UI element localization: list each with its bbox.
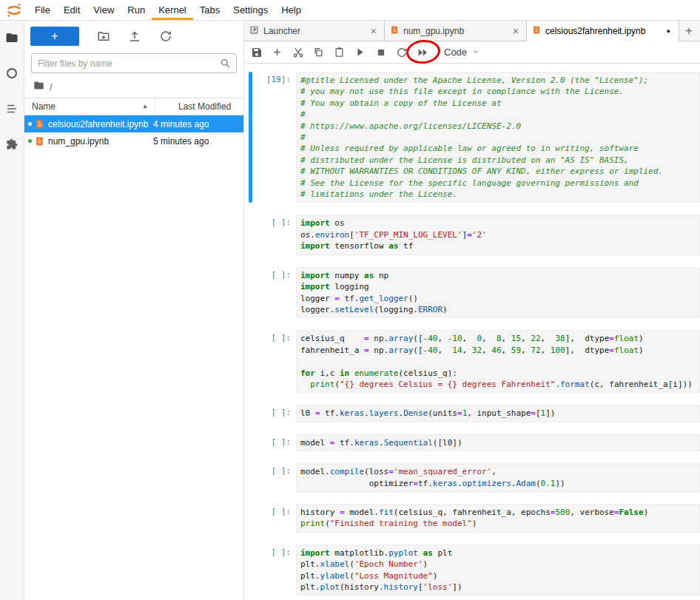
menu-edit[interactable]: Edit xyxy=(57,0,87,20)
notebook-cell[interactable]: [ ]:import numpy as npimport logginglogg… xyxy=(249,267,700,319)
new-folder-icon[interactable] xyxy=(97,30,110,43)
search-icon xyxy=(220,58,231,72)
code-line: fahrenheit_a = np.array([-40, 14, 32, 46… xyxy=(300,345,696,356)
file-name: num_gpu.ipynb xyxy=(48,136,153,146)
run-cell-icon[interactable] xyxy=(351,43,369,61)
cell-code-editor[interactable]: model.compile(loss='mean_squared_error',… xyxy=(296,463,700,492)
new-tab-button[interactable]: + xyxy=(679,21,699,41)
menu-run[interactable]: Run xyxy=(121,0,152,20)
file-last-modified: 4 minutes ago xyxy=(153,119,243,129)
file-row[interactable]: num_gpu.ipynb 5 minutes ago xyxy=(24,132,243,149)
menu-view[interactable]: View xyxy=(87,0,121,20)
notebook-cell[interactable]: [ ]:celsius_q = np.array([-40, -10, 0, 8… xyxy=(249,330,700,393)
cut-cells-icon[interactable] xyxy=(289,43,307,61)
cell-code-editor[interactable]: history = model.fit(celsius_q, fahrenhei… xyxy=(296,504,700,533)
tab-num-gpu-notebook[interactable]: num_gpu.ipynb × xyxy=(385,21,527,41)
save-icon[interactable] xyxy=(247,43,266,61)
cell-execution-prompt: [19]: xyxy=(255,72,296,203)
upload-icon[interactable] xyxy=(128,30,141,43)
breadcrumb[interactable]: / xyxy=(24,73,243,98)
cell-code-editor[interactable]: import matplotlib.pyplot as pltplt.xlabe… xyxy=(296,545,700,596)
menu-file[interactable]: File xyxy=(28,0,57,20)
cell-code-editor[interactable]: model = tf.keras.Sequential([l0]) xyxy=(296,434,700,451)
cell-collapser[interactable] xyxy=(249,463,252,492)
notebook-cell[interactable]: [ ]:l0 = tf.keras.layers.Dense(units=1, … xyxy=(249,405,700,422)
notebook-icon xyxy=(35,136,44,146)
filter-files-input[interactable] xyxy=(31,53,237,73)
cell-execution-prompt: [ ]: xyxy=(255,463,296,492)
menu-settings[interactable]: Settings xyxy=(226,0,275,20)
code-line: # xyxy=(300,109,696,120)
table-of-contents-icon[interactable] xyxy=(5,102,18,115)
cell-code-editor[interactable]: l0 = tf.keras.layers.Dense(units=1, inpu… xyxy=(296,405,700,422)
tab-bar: Launcher × num_gpu.ipynb × celsious2fahr… xyxy=(244,21,700,41)
jupyter-logo xyxy=(6,2,22,18)
cell-collapser[interactable] xyxy=(249,215,252,255)
code-line: model = tf.keras.Sequential([l0]) xyxy=(300,437,696,448)
notebook-cell[interactable]: [ ]:history = model.fit(celsius_q, fahre… xyxy=(249,504,700,533)
cell-execution-prompt: [ ]: xyxy=(255,330,296,393)
refresh-icon[interactable] xyxy=(159,30,172,43)
column-header-last-modified[interactable]: Last Modified xyxy=(155,101,231,112)
cell-collapser[interactable] xyxy=(249,267,252,319)
tab-label: num_gpu.ipynb xyxy=(403,26,506,36)
file-list-header: Name ▲ Last Modified xyxy=(24,98,243,115)
menu-tabs[interactable]: Tabs xyxy=(193,0,226,20)
cell-collapser[interactable] xyxy=(249,434,252,451)
menu-help[interactable]: Help xyxy=(275,0,308,20)
filter-row xyxy=(31,53,237,73)
home-folder-icon[interactable] xyxy=(33,80,44,93)
code-line: l0 = tf.keras.layers.Dense(units=1, inpu… xyxy=(300,408,696,419)
notebook-cell[interactable]: [ ]:model = tf.keras.Sequential([l0]) xyxy=(249,434,700,451)
tab-label: celsious2fahrenheit.ipynb xyxy=(545,26,659,36)
tab-celsious2fahrenheit-notebook[interactable]: celsious2fahrenheit.ipynb ● xyxy=(527,21,679,41)
close-icon[interactable]: × xyxy=(511,25,521,37)
cell-collapser[interactable] xyxy=(249,504,252,533)
file-name: celsious2fahrenheit.ipynb xyxy=(48,119,153,129)
notebook-cells: [19]:#@title Licensed under the Apache L… xyxy=(244,64,700,600)
cell-collapser[interactable] xyxy=(249,72,252,203)
code-line: # distributed under the License is distr… xyxy=(300,155,696,166)
cell-code-editor[interactable]: import numpy as npimport logginglogger =… xyxy=(296,267,700,319)
code-line: print("{} degrees Celsius = {} degrees F… xyxy=(300,379,696,390)
file-browser-toolbar: + xyxy=(24,21,243,50)
new-launcher-button[interactable]: + xyxy=(30,27,79,46)
cell-collapser[interactable] xyxy=(249,545,252,596)
column-header-name[interactable]: Name ▲ xyxy=(32,98,155,115)
cell-code-editor[interactable]: celsius_q = np.array([-40, -10, 0, 8, 15… xyxy=(296,330,700,393)
running-kernels-icon[interactable] xyxy=(5,67,18,80)
notebook-cell[interactable]: [ ]:import matplotlib.pyplot as pltplt.x… xyxy=(249,545,700,596)
cell-code-editor[interactable]: #@title Licensed under the Apache Licens… xyxy=(296,72,700,203)
code-line: # Unless required by applicable law or a… xyxy=(300,143,696,154)
notebook-icon xyxy=(390,25,399,37)
cell-execution-prompt: [ ]: xyxy=(255,504,296,533)
cell-code-editor[interactable]: import osos.environ['TF_CPP_MIN_LOG_LEVE… xyxy=(296,215,700,255)
notebook-cell[interactable]: [ ]:model.compile(loss='mean_squared_err… xyxy=(249,463,700,492)
insert-cell-icon[interactable] xyxy=(268,43,286,61)
menu-kernel[interactable]: Kernel xyxy=(152,0,193,20)
notebook-toolbar: Code xyxy=(244,41,700,64)
code-line: optimizer=tf.keras.optimizers.Adam(0.1)) xyxy=(300,478,696,489)
code-line: logger = tf.get_logger() xyxy=(300,293,696,304)
cell-execution-prompt: [ ]: xyxy=(255,267,296,319)
cell-type-value: Code xyxy=(444,47,467,58)
cell-collapser[interactable] xyxy=(249,405,252,422)
notebook-cell[interactable]: [ ]:import osos.environ['TF_CPP_MIN_LOG_… xyxy=(249,215,700,255)
paste-cells-icon[interactable] xyxy=(330,43,349,61)
restart-and-run-all-icon[interactable] xyxy=(413,43,431,61)
tab-launcher[interactable]: Launcher × xyxy=(244,21,385,41)
extension-manager-icon[interactable] xyxy=(5,138,18,151)
copy-cells-icon[interactable] xyxy=(309,43,328,61)
cell-type-dropdown[interactable]: Code xyxy=(444,47,479,58)
file-row[interactable]: celsious2fahrenheit.ipynb 4 minutes ago xyxy=(24,115,243,132)
unsaved-changes-dot: ● xyxy=(664,27,673,35)
breadcrumb-root[interactable]: / xyxy=(50,81,53,92)
interrupt-kernel-icon[interactable] xyxy=(371,43,390,61)
cell-execution-prompt: [ ]: xyxy=(255,405,296,422)
file-browser-icon[interactable] xyxy=(5,31,18,44)
cell-collapser[interactable] xyxy=(249,330,252,393)
close-icon[interactable]: × xyxy=(368,25,379,37)
notebook-cell[interactable]: [19]:#@title Licensed under the Apache L… xyxy=(249,72,700,203)
restart-kernel-icon[interactable] xyxy=(392,43,411,61)
code-line: print("Finished training the model") xyxy=(300,518,696,529)
